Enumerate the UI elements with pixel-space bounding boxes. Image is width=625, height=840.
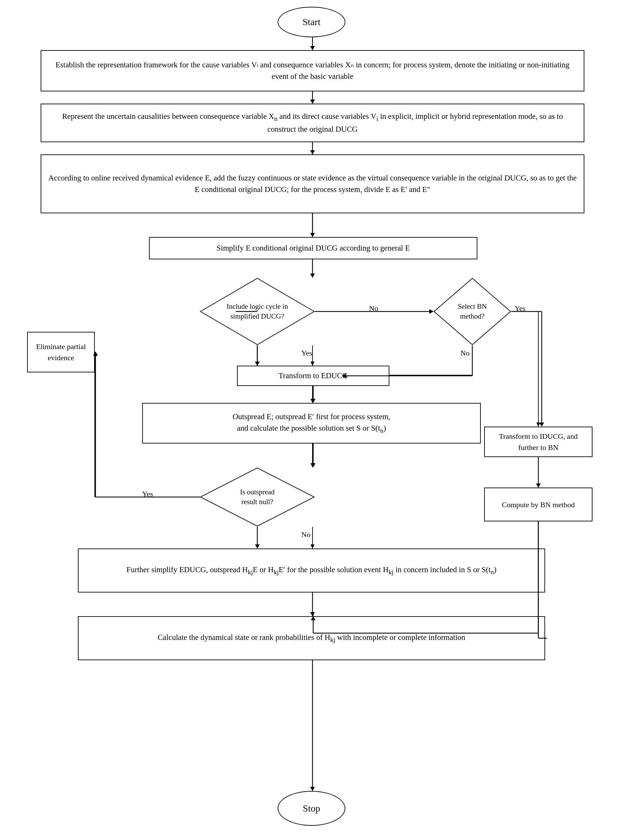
svg-marker-13 xyxy=(311,362,314,366)
box2-node: Represent the uncertain causalities betw… xyxy=(40,104,585,142)
svg-marker-76 xyxy=(310,612,315,616)
svg-marker-9 xyxy=(311,274,314,278)
svg-marker-16 xyxy=(536,423,540,426)
svg-marker-78 xyxy=(310,787,315,791)
diamond1-node: Include logic cycle insimplified DUCG? xyxy=(200,278,315,345)
no1-label: No xyxy=(369,304,378,313)
box5-node: Transform to EDUCG xyxy=(237,366,389,386)
svg-marker-5 xyxy=(311,150,314,154)
transform-bn-text: Transform to IDUCG, and further to BN xyxy=(491,431,585,453)
svg-marker-80 xyxy=(536,484,541,488)
box7-node: Further simplify EDUCG, outspread HkjE o… xyxy=(78,549,545,593)
svg-marker-28 xyxy=(311,544,314,549)
box6-text: Outspread E; outspread E′ first for proc… xyxy=(233,411,390,436)
diamond3-node: Is outspreadresult null? xyxy=(200,467,315,527)
box3-text: According to online received dynamical e… xyxy=(48,172,577,196)
box8-node: Calculate the dynamical state or rank pr… xyxy=(78,616,545,660)
box8-text: Calculate the dynamical state or rank pr… xyxy=(158,632,465,645)
stop-node: Stop xyxy=(278,791,345,826)
box1-text: Establish the representation framework f… xyxy=(48,59,577,82)
svg-marker-57 xyxy=(255,362,260,366)
compute-bn-node: Compute by BN method xyxy=(484,488,592,521)
no2-label: No xyxy=(460,349,470,358)
diamond2-node: Select BNmethod? xyxy=(433,278,511,345)
svg-marker-49 xyxy=(310,233,315,237)
svg-marker-67 xyxy=(311,399,316,403)
box1-node: Establish the representation framework f… xyxy=(40,50,585,92)
svg-marker-32 xyxy=(311,787,314,791)
svg-marker-74 xyxy=(255,544,260,549)
svg-marker-1 xyxy=(311,46,314,50)
eliminate-node: Eliminate partial evidence xyxy=(27,332,95,372)
svg-marker-53 xyxy=(429,309,433,314)
compute-bn-text: Compute by BN method xyxy=(502,499,575,510)
box7-text: Further simplify EDUCG, outspread HkjE o… xyxy=(127,564,497,577)
diamond2-text: Select BNmethod? xyxy=(458,302,487,320)
diamond1-text: Include logic cycle insimplified DUCG? xyxy=(227,302,288,320)
box4-text: Simplify E conditional original DUCG acc… xyxy=(216,243,410,254)
eliminate-text: Eliminate partial evidence xyxy=(34,341,87,363)
diamond3-text: Is outspreadresult null? xyxy=(240,488,275,506)
svg-marker-34 xyxy=(536,484,540,488)
svg-marker-21 xyxy=(311,399,314,403)
box6-node: Outspread E; outspread E′ first for proc… xyxy=(142,403,481,443)
svg-marker-62 xyxy=(539,423,544,426)
svg-marker-30 xyxy=(311,612,314,616)
svg-marker-69 xyxy=(311,463,316,467)
flowchart: Start Establish the representation frame… xyxy=(0,0,625,840)
svg-marker-45 xyxy=(310,100,315,104)
svg-marker-43 xyxy=(310,46,315,50)
svg-marker-59 xyxy=(255,362,260,366)
svg-marker-51 xyxy=(310,274,315,278)
no3-label: No xyxy=(301,530,311,539)
svg-marker-47 xyxy=(310,150,315,154)
stop-label: Stop xyxy=(303,803,320,814)
yes1-label: Yes xyxy=(301,349,312,358)
svg-marker-23 xyxy=(311,463,314,467)
yes3-label: Yes xyxy=(142,490,153,498)
box3-node: According to online received dynamical e… xyxy=(40,154,585,213)
svg-marker-3 xyxy=(311,100,314,104)
box4-node: Simplify E conditional original DUCG acc… xyxy=(149,237,477,259)
yes2-label: Yes xyxy=(515,304,525,313)
svg-marker-7 xyxy=(311,233,314,237)
box2-text: Represent the uncertain causalities betw… xyxy=(48,111,577,135)
start-node: Start xyxy=(278,7,345,37)
svg-marker-11 xyxy=(429,310,433,314)
start-label: Start xyxy=(303,17,320,27)
box5-text: Transform to EDUCG xyxy=(279,370,348,382)
transform-bn-node: Transform to IDUCG, and further to BN xyxy=(484,426,592,457)
